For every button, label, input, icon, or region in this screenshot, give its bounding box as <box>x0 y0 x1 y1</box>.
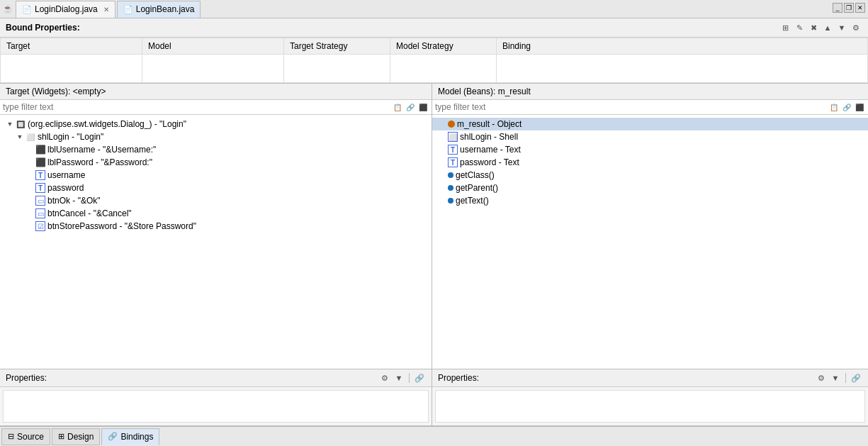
design-icon: ⊞ <box>58 432 64 441</box>
title-bar: ☕ 📄 LoginDialog.java ✕ 📄 LoginBean.java … <box>0 0 868 18</box>
add-binding-button[interactable]: ⊞ <box>779 21 791 34</box>
tree-node-getparent[interactable]: ▶ getParent() <box>432 182 868 194</box>
expander-btnstorepassword[interactable]: ▶ <box>26 222 34 230</box>
props-left-toolbar: ⚙ ▼ 🔗 <box>378 372 426 384</box>
model-filter-icon-2[interactable]: 🔗 <box>841 101 852 113</box>
settings-button[interactable]: ⚙ <box>850 21 862 34</box>
tree-node-password[interactable]: ▶ T password <box>0 182 432 194</box>
middle-section: Target (Widgets): <empty> 📋 🔗 ⬛ ▼ 🔲 (org… <box>0 84 868 369</box>
target-filter-icon-3[interactable]: ⬛ <box>417 101 429 113</box>
minimize-button[interactable]: _ <box>833 3 842 13</box>
expander-getclass[interactable]: ▶ <box>438 171 446 179</box>
remove-binding-button[interactable]: ✖ <box>807 21 820 34</box>
tree-node-password-model[interactable]: ▶ T password - Text <box>432 156 868 169</box>
target-filter-input[interactable] <box>3 102 392 112</box>
text-icon-username: T <box>35 170 45 180</box>
app-icon: ☕ <box>3 4 13 13</box>
expander-username[interactable]: ▶ <box>26 171 34 179</box>
text-icon-password-model: T <box>448 157 458 167</box>
expander-lblpassword[interactable]: ▶ <box>26 158 34 167</box>
target-filter-icon-1[interactable]: 📋 <box>392 101 403 113</box>
restore-button[interactable]: ❐ <box>844 3 854 13</box>
expander-gettext[interactable]: ▶ <box>438 196 446 205</box>
tree-node-label-getparent: getParent() <box>456 183 498 193</box>
model-filter-input[interactable] <box>435 102 828 112</box>
props-right-icon-1[interactable]: ⚙ <box>815 372 828 384</box>
props-right-dropdown[interactable]: ▼ <box>829 372 842 384</box>
target-panel-header: Target (Widgets): <empty> <box>0 84 432 100</box>
props-left-sep <box>409 373 410 383</box>
expander-password-model[interactable]: ▶ <box>438 158 446 167</box>
tab-source[interactable]: ⊟ Source <box>1 428 50 445</box>
col-model: Model <box>142 38 284 55</box>
label-icon-username: ⬛ <box>35 145 45 155</box>
close-button[interactable]: ✕ <box>855 3 865 13</box>
tree-node-lblusername[interactable]: ▶ ⬛ lblUsername - "&Username:" <box>0 143 432 156</box>
tree-node-btnok[interactable]: ▶ ▭ btnOk - "&Ok" <box>0 194 432 207</box>
tab-design-label: Design <box>67 432 94 442</box>
tree-node-username[interactable]: ▶ T username <box>0 169 432 182</box>
tree-node-dialog[interactable]: ▼ 🔲 (org.eclipse.swt.widgets.Dialog_) - … <box>0 118 432 130</box>
tree-node-shllogin[interactable]: ▼ ⬜ shlLogin - "Login" <box>0 130 432 143</box>
target-panel-title: Target (Widgets): <empty> <box>6 87 106 96</box>
expander-lblusername[interactable]: ▶ <box>26 145 34 154</box>
props-left-dropdown[interactable]: ▼ <box>393 372 405 384</box>
tree-node-lblpassword[interactable]: ▶ ⬛ lblPassword - "&Password:" <box>0 156 432 169</box>
expander-getparent[interactable]: ▶ <box>438 184 446 192</box>
model-tree[interactable]: ▶ m_result - Object ▶ ⬜ shlLogin - Shell… <box>432 115 868 369</box>
tree-node-label-shllogin: shlLogin - "Login" <box>38 132 103 142</box>
tab-bindings-label: Bindings <box>120 432 153 442</box>
expander-m-result[interactable]: ▶ <box>438 120 446 128</box>
expander-shllogin[interactable]: ▼ <box>16 133 24 141</box>
checkbox-icon-store: ☑ <box>35 221 45 231</box>
model-filter-icon-1[interactable]: 📋 <box>828 101 840 113</box>
method-icon-gettext <box>448 198 453 204</box>
tree-node-btncancel[interactable]: ▶ ▭ btnCancel - "&Cancel" <box>0 207 432 220</box>
model-filter-icon-3[interactable]: ⬛ <box>854 101 865 113</box>
tree-node-label-m-result: m_result - Object <box>457 119 522 129</box>
edit-binding-button[interactable]: ✎ <box>793 21 806 34</box>
model-filter-bar[interactable]: 📋 🔗 ⬛ <box>432 100 868 115</box>
java-file-icon: 📄 <box>22 5 32 14</box>
tree-node-gettext[interactable]: ▶ getText() <box>432 194 868 207</box>
target-filter-bar[interactable]: 📋 🔗 ⬛ <box>0 100 432 115</box>
tab-login-bean[interactable]: 📄 LoginBean.java <box>117 1 201 18</box>
tab-bindings[interactable]: 🔗 Bindings <box>101 428 159 445</box>
tree-node-getclass[interactable]: ▶ getClass() <box>432 169 868 182</box>
tree-node-btnstorepassword[interactable]: ▶ ☑ btnStorePassword - "&Store Password" <box>0 220 432 233</box>
expander-password[interactable]: ▶ <box>26 184 34 192</box>
props-left-icon-1[interactable]: ⚙ <box>378 372 391 384</box>
tree-node-shllogin-model[interactable]: ▶ ⬜ shlLogin - Shell <box>432 130 868 143</box>
expander-dialog[interactable]: ▼ <box>6 120 14 128</box>
props-left-content <box>3 390 429 423</box>
tree-node-username-model[interactable]: ▶ T username - Text <box>432 143 868 156</box>
button-icon-cancel: ▭ <box>35 208 45 218</box>
main-content: Bound Properties: ⊞ ✎ ✖ ▲ ▼ ⚙ Target Mod… <box>0 18 868 446</box>
bottom-tab-bar: ⊟ Source ⊞ Design 🔗 Bindings <box>0 426 868 446</box>
tree-node-label-btnstorepassword: btnStorePassword - "&Store Password" <box>47 221 196 231</box>
tab-label-2: LoginBean.java <box>136 4 195 14</box>
expander-username-model[interactable]: ▶ <box>438 145 446 154</box>
expander-btncancel[interactable]: ▶ <box>26 209 34 218</box>
move-up-button[interactable]: ▲ <box>821 21 834 34</box>
tree-node-label-password-model: password - Text <box>460 157 519 167</box>
target-filter-icons: 📋 🔗 ⬛ <box>392 101 429 113</box>
target-tree[interactable]: ▼ 🔲 (org.eclipse.swt.widgets.Dialog_) - … <box>0 115 432 369</box>
props-right-icon-2[interactable]: 🔗 <box>850 372 862 384</box>
tab-design[interactable]: ⊞ Design <box>52 428 100 445</box>
tab-login-dialog[interactable]: 📄 LoginDialog.java ✕ <box>16 1 115 18</box>
text-icon-username-model: T <box>448 145 458 155</box>
method-icon-getclass <box>448 172 453 178</box>
tab-label: LoginDialog.java <box>35 4 98 14</box>
tab-source-label: Source <box>17 432 44 442</box>
bound-properties-header: Bound Properties: ⊞ ✎ ✖ ▲ ▼ ⚙ <box>0 18 868 38</box>
tree-node-m-result[interactable]: ▶ m_result - Object <box>432 118 868 130</box>
props-right-content <box>435 390 865 423</box>
expander-btnok[interactable]: ▶ <box>26 196 34 205</box>
col-model-strategy: Model Strategy <box>390 38 497 55</box>
props-left-icon-2[interactable]: 🔗 <box>413 372 426 384</box>
target-filter-icon-2[interactable]: 🔗 <box>405 101 416 113</box>
tab-close-button[interactable]: ✕ <box>103 6 109 13</box>
expander-shllogin-model[interactable]: ▶ <box>438 133 446 141</box>
move-down-button[interactable]: ▼ <box>835 21 848 34</box>
